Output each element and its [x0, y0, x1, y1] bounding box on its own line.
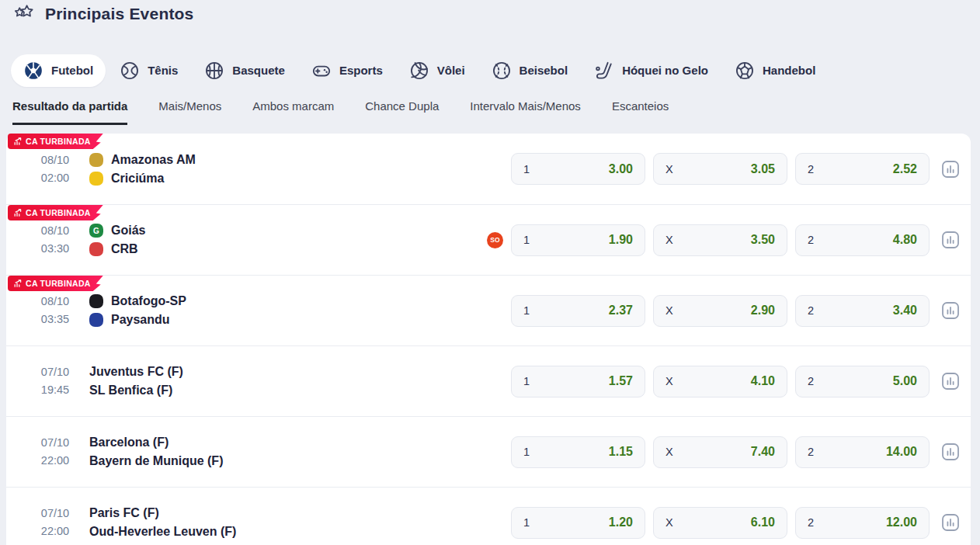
event-row[interactable]: CA TURBINADA 08/10 03:35 Botafogo-SP Pay…	[6, 275, 971, 345]
sports-nav: Futebol Tênis Basquete Esports Vôlei Bei…	[11, 54, 828, 86]
away-team-name: Criciúma	[111, 172, 164, 186]
odds-value: 14.00	[886, 445, 917, 459]
statistics-button[interactable]	[941, 372, 960, 391]
odds-button-1[interactable]: 1 1.15	[511, 436, 645, 468]
match-teams-link[interactable]: G Goiás CRB	[89, 224, 487, 256]
odds-buttons: 1 1.15 X 7.40 2 14.00	[511, 436, 930, 468]
away-team-logo	[89, 242, 103, 256]
away-team: Bayern de Munique (F)	[89, 454, 511, 468]
odds-button-2[interactable]: 2 14.00	[795, 436, 930, 468]
odds-button-1[interactable]: 1 2.37	[511, 295, 645, 327]
sport-tab-label: Handebol	[763, 64, 815, 77]
odds-area: SO 1 1.20 X 6.10 2 12.00	[511, 507, 971, 539]
match-teams-link[interactable]: Barcelona (F) Bayern de Munique (F)	[89, 436, 511, 468]
home-team: Botafogo-SP	[89, 294, 511, 308]
sport-tab-basquete[interactable]: Basquete	[192, 54, 297, 87]
sport-tab-beisebol[interactable]: Beisebol	[479, 54, 581, 87]
event-row[interactable]: 07/10 22:00 Paris FC (F) Oud-Heverlee Le…	[6, 487, 971, 545]
event-datetime: 07/10 22:00	[36, 434, 75, 470]
boost-arrow-icon	[14, 137, 22, 145]
match-teams-link[interactable]: Juventus FC (F) SL Benfica (F)	[89, 365, 511, 397]
odds-label: 2	[808, 375, 814, 387]
bar-chart-icon	[941, 372, 960, 391]
statistics-button[interactable]	[941, 513, 960, 532]
event-date: 07/10	[36, 363, 75, 381]
odds-value: 1.15	[609, 445, 633, 459]
match-teams-link[interactable]: Amazonas AM Criciúma	[89, 153, 511, 186]
event-time: 02:00	[36, 169, 75, 187]
page-title: Principais Eventos	[45, 5, 194, 23]
page-header: Principais Eventos	[12, 3, 194, 25]
event-date: 08/10	[36, 293, 75, 311]
odds-label: X	[665, 446, 673, 458]
market-tab-intervalo-mais-menos[interactable]: Intervalo Mais/Menos	[470, 99, 581, 125]
sport-tab-esports[interactable]: Esports	[299, 54, 395, 87]
event-row[interactable]: 07/10 19:45 Juventus FC (F) SL Benfica (…	[6, 345, 971, 416]
sport-tab-label: Futebol	[51, 64, 93, 77]
event-row[interactable]: 07/10 22:00 Barcelona (F) Bayern de Muni…	[6, 416, 971, 487]
market-tab-mais-menos[interactable]: Mais/Menos	[158, 99, 221, 125]
statistics-button[interactable]	[941, 301, 960, 320]
odds-buttons: 1 1.57 X 4.10 2 5.00	[511, 366, 930, 397]
boost-arrow-icon	[14, 279, 22, 287]
boosted-odds-badge-label: CA TURBINADA	[26, 137, 91, 146]
odds-button-x[interactable]: X 3.05	[653, 153, 787, 185]
odds-value: 1.20	[609, 515, 633, 529]
match-teams-link[interactable]: Botafogo-SP Paysandu	[89, 294, 511, 327]
home-team-logo	[89, 153, 103, 167]
tennis-ball-icon	[120, 61, 140, 81]
odds-area: SO 1 1.15 X 7.40 2 14.00	[511, 436, 971, 468]
odds-button-2[interactable]: 2 12.00	[795, 507, 930, 539]
odds-value: 2.52	[893, 162, 917, 176]
odds-button-1[interactable]: 1 3.00	[511, 153, 645, 185]
sport-tab-label: Beisebol	[520, 64, 568, 77]
odds-value: 3.40	[893, 304, 917, 318]
away-team-name: Bayern de Munique (F)	[89, 454, 223, 468]
market-tab-ambos-marcam[interactable]: Ambos marcam	[252, 99, 334, 125]
event-row[interactable]: CA TURBINADA 08/10 03:30 G Goiás CRB SO …	[6, 204, 971, 275]
odds-button-1[interactable]: 1 1.57	[511, 366, 645, 397]
odds-button-2[interactable]: 2 4.80	[795, 224, 930, 256]
odds-button-x[interactable]: X 3.50	[653, 224, 787, 256]
statistics-button[interactable]	[941, 443, 960, 461]
statistics-button[interactable]	[941, 160, 960, 179]
away-team-logo	[89, 172, 103, 186]
odds-button-x[interactable]: X 6.10	[653, 507, 787, 539]
bar-chart-icon	[941, 513, 960, 532]
event-date: 07/10	[36, 434, 75, 452]
sport-tab-label: Vôlei	[437, 64, 465, 77]
sport-tab-h-quei-no-gelo[interactable]: Hóquei no Gelo	[582, 54, 721, 87]
odds-value: 4.80	[893, 233, 917, 247]
event-row[interactable]: CA TURBINADA 08/10 02:00 Amazonas AM Cri…	[6, 134, 971, 204]
odds-button-x[interactable]: X 2.90	[653, 295, 787, 327]
sport-tab-t-nis[interactable]: Tênis	[107, 54, 190, 87]
market-tab-escanteios[interactable]: Escanteios	[612, 99, 669, 125]
sport-tab-v-lei[interactable]: Vôlei	[397, 54, 478, 87]
event-date: 08/10	[36, 222, 75, 240]
market-tab-resultado-da-partida[interactable]: Resultado da partida	[12, 99, 127, 125]
odds-button-1[interactable]: 1 1.90	[511, 224, 645, 256]
sport-tab-handebol[interactable]: Handebol	[722, 54, 828, 87]
events-card: CA TURBINADA 08/10 02:00 Amazonas AM Cri…	[6, 134, 971, 545]
odds-label: 2	[808, 446, 814, 458]
odds-value: 2.37	[609, 304, 633, 318]
odds-button-x[interactable]: X 4.10	[653, 366, 787, 397]
market-tab-chance-dupla[interactable]: Chance Dupla	[365, 99, 439, 125]
statistics-button[interactable]	[941, 231, 960, 249]
event-datetime: 07/10 19:45	[36, 363, 75, 399]
odds-button-2[interactable]: 2 3.40	[795, 295, 930, 327]
volleyball-icon	[409, 61, 429, 81]
sport-tab-futebol[interactable]: Futebol	[11, 54, 106, 87]
sport-tab-label: Hóquei no Gelo	[622, 64, 708, 77]
odds-button-2[interactable]: 2 5.00	[795, 366, 930, 397]
event-datetime: 07/10 22:00	[36, 505, 75, 540]
odds-value: 3.50	[751, 233, 775, 247]
away-team: Paysandu	[89, 313, 511, 327]
odds-label: 1	[523, 516, 530, 529]
odds-button-2[interactable]: 2 2.52	[795, 153, 930, 185]
boosted-odds-badge: CA TURBINADA	[8, 276, 103, 291]
odds-button-x[interactable]: X 7.40	[653, 436, 787, 468]
odds-button-1[interactable]: 1 1.20	[511, 507, 645, 539]
odds-value: 7.40	[751, 445, 775, 459]
match-teams-link[interactable]: Paris FC (F) Oud-Heverlee Leuven (F)	[89, 506, 511, 539]
